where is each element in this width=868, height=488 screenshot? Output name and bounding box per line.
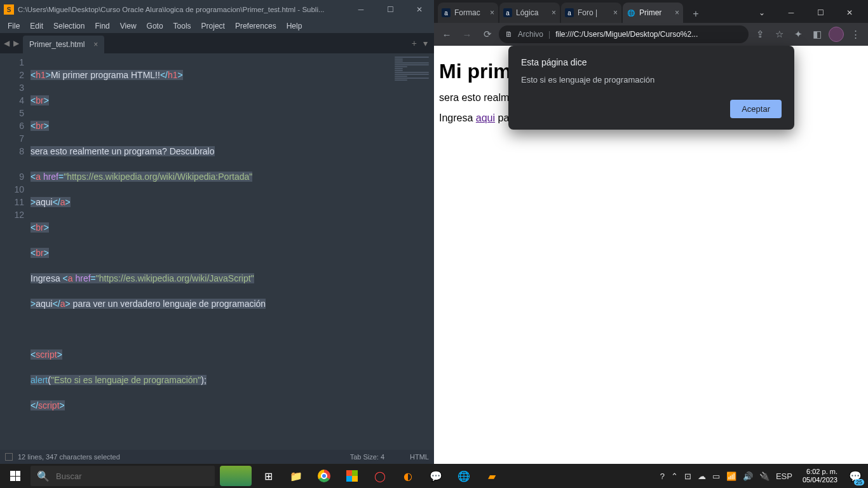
search-input[interactable]	[56, 471, 208, 481]
dialog-accept-button[interactable]: Aceptar	[730, 100, 782, 118]
new-tab-icon[interactable]: +	[412, 38, 417, 48]
taskbar-news-widget[interactable]	[220, 466, 252, 486]
maximize-button[interactable]: ☐	[806, 3, 835, 23]
browser-tab-active[interactable]: 🌐Primer×	[623, 3, 683, 23]
panel-toggle-icon[interactable]	[5, 453, 13, 461]
close-tab-icon[interactable]: ×	[613, 8, 618, 17]
sublime-window: S C:\Users\Miguel\Desktop\Curso Oracle A…	[0, 0, 434, 464]
menu-selection[interactable]: Selection	[48, 20, 90, 32]
help-icon[interactable]: ?	[660, 471, 665, 481]
browser-tab[interactable]: aLógica×	[499, 3, 560, 23]
favicon-alura-icon: a	[442, 8, 451, 17]
favicon-alura-icon: a	[503, 8, 512, 17]
editor-tab[interactable]: Primer_test.html ×	[23, 36, 104, 53]
menu-preferences[interactable]: Preferences	[230, 20, 281, 32]
omnibox-url: file:///C:/Users/Miguel/Desktop/Curso%2.…	[555, 30, 698, 39]
new-tab-button[interactable]: +	[687, 5, 705, 23]
onedrive-icon[interactable]: ☁	[698, 471, 706, 481]
browser-tab[interactable]: aFormac×	[438, 3, 498, 23]
edge-icon[interactable]: 🌐	[450, 464, 478, 488]
menu-icon[interactable]: ⋮	[846, 25, 864, 43]
close-tab-icon[interactable]: ×	[552, 8, 556, 17]
sidepanel-icon[interactable]: ◧	[808, 25, 826, 43]
menu-find[interactable]: Find	[90, 20, 114, 32]
teams-icon[interactable]: 💬	[422, 464, 450, 488]
chrome-tabstrip: aFormac× aLógica× aForo |× 🌐Primer× + ⌄ …	[434, 0, 868, 23]
status-selection: 12 lines, 347 characters selected	[18, 453, 120, 461]
menu-goto[interactable]: Goto	[142, 20, 168, 32]
minimize-button[interactable]: ─	[776, 3, 806, 23]
back-button[interactable]: ←	[438, 25, 456, 43]
menu-project[interactable]: Project	[196, 20, 230, 32]
meet-now-icon[interactable]: ⊡	[684, 471, 691, 481]
menu-tools[interactable]: Tools	[168, 20, 196, 32]
tray-icon[interactable]: ▭	[712, 471, 720, 481]
menu-view[interactable]: View	[115, 20, 142, 32]
tray-chevron-icon[interactable]: ⌃	[671, 471, 678, 481]
sublime-taskbar-icon[interactable]: ▰	[478, 464, 506, 488]
close-tab-icon[interactable]: ×	[675, 8, 679, 17]
profile-avatar[interactable]	[827, 25, 845, 43]
windows-taskbar: 🔍 ⊞ 📁 ◯ ◐ 💬 🌐 ▰ ? ⌃ ⊡ ☁ ▭ 📶 🔊 🔌 ESP 6:02…	[0, 464, 868, 488]
chrome-icon[interactable]	[310, 464, 338, 488]
tab-nav-fwd-icon[interactable]: ▶	[13, 39, 19, 48]
file-explorer-icon[interactable]: 📁	[282, 464, 310, 488]
omnibox-scheme-label: Archivo	[518, 30, 543, 39]
notification-center-icon[interactable]: 💬25	[843, 464, 868, 488]
line-gutter: 123 456 78 91011 12	[0, 53, 31, 450]
sublime-app-icon: S	[4, 4, 14, 15]
browser-tab[interactable]: aForo |×	[561, 3, 621, 23]
menu-file[interactable]: File	[3, 20, 25, 32]
menu-edit[interactable]: Edit	[25, 20, 48, 32]
volume-icon[interactable]: 🔊	[743, 471, 753, 481]
wifi-icon[interactable]: 📶	[726, 471, 736, 481]
system-tray[interactable]: ? ⌃ ⊡ ☁ ▭ 📶 🔊 🔌 ESP	[655, 471, 797, 481]
close-button[interactable]: ✕	[835, 3, 864, 23]
js-alert-dialog: Esta página dice Esto si es lenguaje de …	[508, 46, 794, 130]
sublime-menubar: File Edit Selection Find View Goto Tools…	[0, 19, 434, 33]
tab-nav-back-icon[interactable]: ◀	[4, 39, 10, 48]
minimap[interactable]	[390, 53, 434, 450]
favicon-alura-icon: a	[565, 8, 574, 17]
omnibox[interactable]: 🗎 Archivo | file:///C:/Users/Miguel/Desk…	[499, 25, 749, 43]
start-button[interactable]	[0, 464, 31, 488]
file-icon: 🗎	[505, 30, 513, 39]
maximize-button[interactable]: ☐	[376, 0, 405, 19]
tabsearch-icon[interactable]: ⌄	[747, 3, 776, 23]
page-link-aqui-2[interactable]: aqui	[476, 112, 495, 123]
dialog-title: Esta página dice	[521, 57, 782, 67]
menu-help[interactable]: Help	[281, 20, 308, 32]
close-tab-icon[interactable]: ×	[490, 8, 494, 17]
status-language[interactable]: HTML	[410, 453, 429, 461]
tab-dropdown-icon[interactable]: ▾	[423, 38, 428, 48]
share-icon[interactable]: ⇪	[751, 25, 769, 43]
extensions-icon[interactable]: ✦	[789, 25, 807, 43]
code-editor[interactable]: <h1>Mi primer programa HTML!!</h1> <br> …	[31, 53, 390, 450]
search-icon: 🔍	[37, 470, 50, 482]
editor-body: 123 456 78 91011 12 <h1>Mi primer progra…	[0, 53, 434, 450]
status-tabsize[interactable]: Tab Size: 4	[350, 453, 384, 461]
sublime-title-text: C:\Users\Miguel\Desktop\Curso Oracle Alu…	[18, 6, 325, 13]
minimize-button[interactable]: ─	[346, 0, 376, 19]
taskbar-clock[interactable]: 6:02 p. m. 05/04/2023	[797, 468, 843, 484]
reload-button[interactable]: ⟳	[478, 25, 496, 43]
favicon-globe-icon: 🌐	[627, 8, 635, 17]
sublime-titlebar[interactable]: S C:\Users\Miguel\Desktop\Curso Oracle A…	[0, 0, 434, 19]
taskbar-search[interactable]: 🔍	[31, 466, 215, 486]
chrome-toolbar: ← → ⟳ 🗎 Archivo | file:///C:/Users/Migue…	[434, 23, 868, 46]
taskview-icon[interactable]: ⊞	[254, 464, 282, 488]
close-button[interactable]: ✕	[405, 0, 434, 19]
dialog-message: Esto si es lenguaje de programación	[521, 75, 782, 85]
sublime-tabbar: ◀▶ Primer_test.html × +▾	[0, 33, 434, 53]
opera-icon[interactable]: ◯	[366, 464, 394, 488]
forward-button[interactable]: →	[458, 25, 476, 43]
app-icon[interactable]: ◐	[394, 464, 422, 488]
close-tab-icon[interactable]: ×	[93, 40, 98, 49]
sublime-statusbar: 12 lines, 347 characters selected Tab Si…	[0, 450, 434, 464]
power-icon[interactable]: 🔌	[759, 471, 770, 481]
language-indicator[interactable]: ESP	[776, 471, 792, 481]
editor-tab-label: Primer_test.html	[29, 40, 85, 49]
microsoft-store-icon[interactable]	[338, 464, 366, 488]
bookmark-icon[interactable]: ☆	[770, 25, 788, 43]
